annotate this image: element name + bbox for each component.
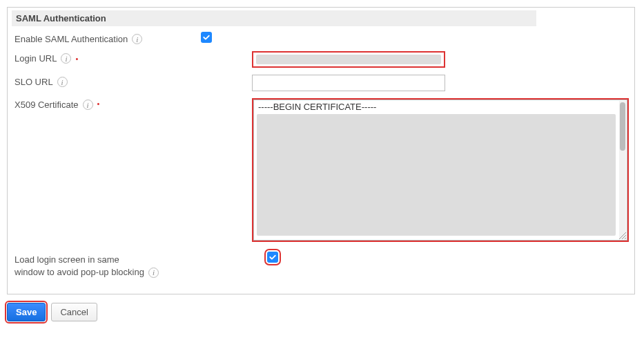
x509-label: X509 Certificate	[14, 100, 79, 110]
row-same-window: Load login screen in same window to avoi…	[12, 252, 630, 279]
row-x509-cert: X509 Certificate i • -----BEGIN CERTIFIC…	[12, 98, 630, 242]
login-url-input[interactable]	[252, 51, 445, 68]
button-bar: Save Cancel	[7, 303, 637, 321]
row-slo-url: SLO URL i	[12, 75, 630, 91]
redacted-content	[257, 114, 616, 236]
login-url-label: Login URL	[14, 53, 57, 64]
scrollbar-thumb[interactable]	[620, 102, 625, 151]
slo-url-label: SLO URL	[14, 77, 53, 87]
same-window-checkbox[interactable]	[267, 252, 278, 263]
required-indicator: •	[97, 100, 100, 108]
required-indicator: •	[75, 55, 78, 63]
same-window-label: Load login screen in same window to avoi…	[14, 254, 159, 279]
x509-textarea-highlight: -----BEGIN CERTIFICATE-----	[252, 98, 629, 242]
slo-url-input[interactable]	[252, 75, 445, 91]
textarea-scrollbar[interactable]	[619, 101, 626, 239]
same-window-label-line1: Load login screen in same	[14, 254, 119, 265]
svg-line-2	[625, 238, 626, 239]
x509-textarea[interactable]: -----BEGIN CERTIFICATE-----	[253, 100, 627, 241]
info-icon[interactable]: i	[132, 34, 142, 44]
enable-saml-label: Enable SAML Authentication	[14, 34, 128, 44]
info-icon[interactable]: i	[61, 53, 71, 64]
enable-saml-checkbox[interactable]	[201, 32, 212, 43]
x509-first-line: -----BEGIN CERTIFICATE-----	[258, 102, 617, 112]
saml-config-panel: SAML Authentication Enable SAML Authenti…	[7, 7, 635, 294]
row-enable-saml: Enable SAML Authentication i	[12, 32, 630, 44]
redacted-content	[256, 55, 441, 64]
info-icon[interactable]: i	[83, 100, 93, 110]
cancel-button[interactable]: Cancel	[51, 303, 97, 321]
section-title: SAML Authentication	[12, 10, 536, 26]
info-icon[interactable]: i	[57, 77, 68, 87]
save-button[interactable]: Save	[7, 303, 46, 321]
row-login-url: Login URL i •	[12, 51, 630, 68]
textarea-resize-handle[interactable]	[618, 231, 626, 239]
same-window-label-line2: window to avoid pop-up blocking	[14, 266, 144, 279]
info-icon[interactable]: i	[148, 268, 159, 278]
